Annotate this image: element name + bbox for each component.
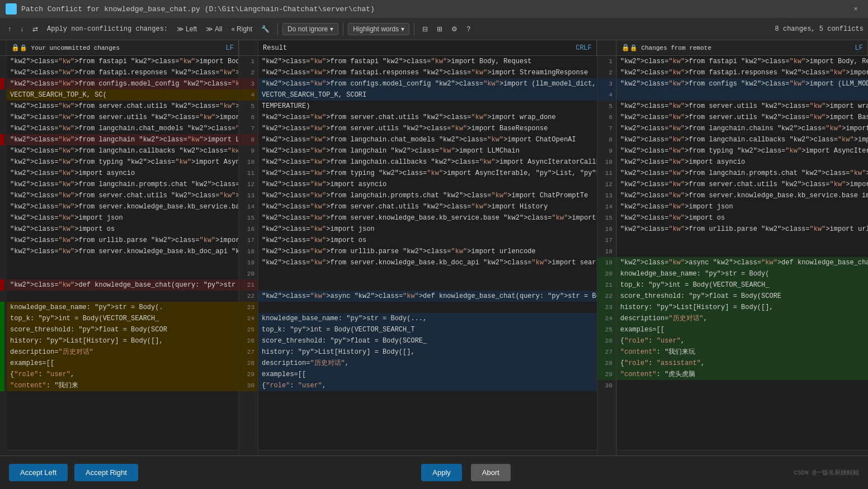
left-line-number: 19	[239, 257, 258, 268]
apply-button[interactable]: Apply	[421, 464, 462, 481]
result-code-line: VECTOR_SEARCH_TOP_K, SCORI	[258, 89, 597, 101]
right-code-line: "kw2">class="kw">import asyncio	[617, 156, 868, 168]
result-code-line: "kw2">class="kw">from fastapi.responses …	[258, 67, 597, 78]
left-line-number: 7	[239, 123, 258, 134]
dropdown-arrow-icon: ▾	[330, 25, 333, 33]
right-code-line	[617, 380, 868, 391]
right-line-number: 16	[597, 224, 616, 235]
right-code-line	[617, 246, 868, 257]
scroll-up-button[interactable]: ↑	[4, 23, 15, 35]
close-button[interactable]: ×	[849, 3, 862, 16]
apply-all-button[interactable]: ≫ All	[202, 23, 225, 35]
left-code-line: history: "py">List[History] = Body([],	[7, 335, 238, 346]
right-diff-panel[interactable]: "kw2">class="kw">from fastapi "kw2">clas…	[616, 56, 868, 455]
left-line-number: 12	[239, 179, 258, 190]
apply-right-button[interactable]: « Right	[228, 23, 256, 35]
left-code-line: "kw2">class="kw">from langchain.chat_mod…	[7, 123, 238, 134]
right-code-line: knowledge_base_name: "py">str = Body(	[617, 268, 868, 279]
result-scrollbar[interactable]	[258, 450, 597, 455]
accept-left-button[interactable]: Accept Left	[9, 464, 68, 481]
left-marker	[0, 56, 7, 67]
left-line-number: 8	[239, 134, 258, 145]
highlight-words-dropdown[interactable]: Highlight words ▾	[348, 23, 409, 35]
left-marker	[0, 179, 7, 190]
right-line-number: 19	[597, 257, 616, 268]
left-code-line: examples=[[	[7, 358, 238, 369]
columns-button[interactable]: ⊞	[433, 23, 446, 35]
right-line-number: 25	[597, 324, 616, 335]
apply-left-button[interactable]: ≫ Left	[173, 23, 200, 35]
result-code-line: "kw2">class="kw">async "kw2">class="kw">…	[258, 291, 597, 302]
left-code-line: {"role": "user",	[7, 369, 238, 380]
accept-right-button[interactable]: Accept Right	[74, 464, 138, 481]
result-code-line: top_k: "py">int = Body(VECTOR_SEARCH_T	[258, 324, 597, 335]
left-line-number: 23	[239, 302, 258, 313]
result-code-area[interactable]: "kw2">class="kw">from fastapi "kw2">clas…	[258, 56, 597, 450]
result-code-line: "kw2">class="kw">import asyncio	[258, 179, 597, 190]
result-code-line: "kw2">class="kw">import json	[258, 224, 597, 235]
right-scrollbar[interactable]	[617, 450, 868, 455]
result-code-line: "kw2">class="kw">from typing "kw2">class…	[258, 168, 597, 179]
panel-headers: 🔒 🔒 Your uncommitted changes LF Result C…	[0, 40, 868, 56]
right-code-line: "kw2">class="kw">from server.knowledge_b…	[617, 190, 868, 201]
left-scrollbar[interactable]	[7, 450, 238, 455]
result-diff-panel[interactable]: "kw2">class="kw">from fastapi "kw2">clas…	[258, 56, 597, 455]
right-code-line	[617, 235, 868, 246]
right-line-number: 4	[597, 89, 616, 101]
right-line-number: 24	[597, 313, 616, 324]
window-title: Patch Conflict for knowledge_base_chat.p…	[21, 5, 849, 13]
right-code-area[interactable]: "kw2">class="kw">from fastapi "kw2">clas…	[617, 56, 868, 450]
right-line-number: 26	[597, 335, 616, 346]
scroll-down-button[interactable]: ↓	[17, 23, 27, 35]
split-view-button[interactable]: ⊟	[419, 23, 431, 35]
left-code-line: knowledge_base_name: "py">str = Body(.	[7, 302, 238, 313]
gear-button[interactable]: ⚙	[448, 23, 461, 35]
right-line-number: 29	[597, 369, 616, 380]
watermark: CSDN @一饭名厨姚鲲鲲	[794, 468, 859, 477]
right-code-line	[617, 89, 868, 101]
left-code-line: "kw2">class="kw">from urllib.parse "kw2"…	[7, 235, 238, 246]
merge-button[interactable]: ⇄	[29, 23, 41, 35]
left-line-num-header	[239, 40, 258, 55]
left-line-number: 14	[239, 201, 258, 212]
left-code-line: "kw2">class="kw">import json	[7, 212, 238, 224]
left-code-line: "kw2">class="kw">from server.knowledge_b…	[7, 246, 238, 257]
left-marker	[0, 89, 7, 101]
left-diff-panel[interactable]: "kw2">class="kw">from fastapi "kw2">clas…	[7, 56, 239, 455]
right-code-line: "kw2">class="kw">import json	[617, 201, 868, 212]
help-button[interactable]: ?	[463, 23, 474, 35]
right-code-line: "kw2">class="kw">async "kw2">class="kw">…	[617, 257, 868, 268]
left-code-line: score_threshold: "py">float = Body(SCOR	[7, 324, 238, 335]
left-line-number: 6	[239, 112, 258, 123]
result-code-line: "kw2">class="kw">from server.utils "kw2"…	[258, 123, 597, 134]
settings-button[interactable]: 🔧	[258, 23, 273, 35]
result-code-line: "kw2">class="kw">from server.knowledge_b…	[258, 212, 597, 224]
left-code-line: "kw2">class="kw">import os	[7, 224, 238, 235]
right-code-line: "kw2">class="kw">import os	[617, 212, 868, 224]
up-arrow-icon: ↑	[8, 25, 11, 33]
bottom-bar: Accept Left Accept Right Apply Abort CSD…	[0, 455, 868, 489]
right-code-line: "kw2">class="kw">from fastapi.responses …	[617, 67, 868, 78]
left-marker	[0, 246, 7, 257]
do-not-ignore-dropdown[interactable]: Do not ignore ▾	[282, 23, 338, 35]
left-line-number: 4	[239, 89, 258, 101]
diff-panels: "kw2">class="kw">from fastapi "kw2">clas…	[0, 56, 868, 455]
right-code-line: score_threshold: "py">float = Body(SCORE	[617, 291, 868, 302]
right-code-line: "content": "虎头虎脑	[617, 369, 868, 380]
left-line-number: 29	[239, 369, 258, 380]
abort-button[interactable]: Abort	[471, 464, 511, 481]
left-code-line: "kw2">class="kw">from langchain.callback…	[7, 145, 238, 156]
left-marker	[0, 279, 4, 291]
left-marker	[0, 67, 7, 78]
left-line-number: 18	[239, 246, 258, 257]
left-code-area[interactable]: "kw2">class="kw">from fastapi "kw2">clas…	[7, 56, 238, 450]
toolbar-separator	[277, 23, 278, 35]
double-right-arrow-icon: «	[231, 25, 235, 33]
right-code-line: "kw2">class="kw">from configs "kw2">clas…	[617, 78, 868, 89]
left-code-line: "kw2">class="kw">from fastapi.responses …	[7, 67, 238, 78]
left-line-number: 2	[239, 67, 258, 78]
result-code-line: TEMPERATURE)	[258, 101, 597, 112]
result-code-line: "kw2">class="kw">from server.chat.utils …	[258, 112, 597, 123]
right-line-num-header	[597, 40, 616, 55]
left-line-number: 24	[239, 313, 258, 324]
